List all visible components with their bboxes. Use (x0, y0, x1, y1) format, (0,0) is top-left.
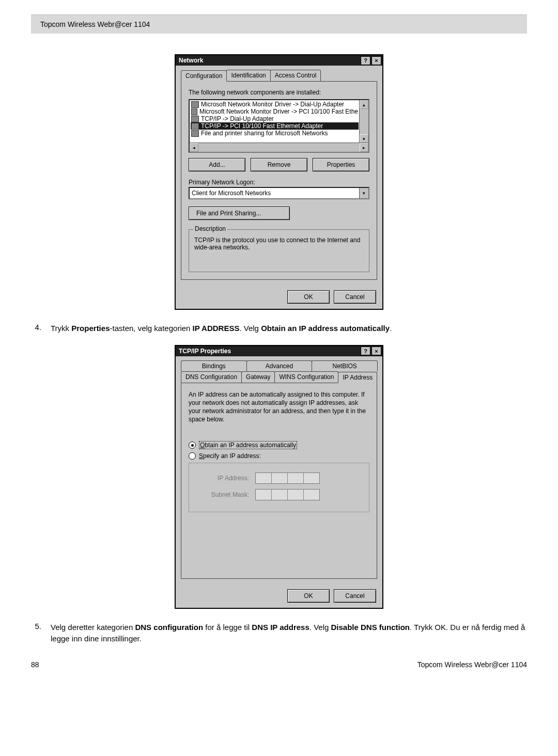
tab-bindings[interactable]: Bindings (181, 360, 247, 371)
close-icon[interactable]: × (371, 346, 381, 355)
tab-dns-configuration[interactable]: DNS Configuration (181, 371, 242, 383)
dialog-title: Network (179, 57, 360, 64)
specify-group: IP Address: Subnet Mask: (189, 463, 369, 512)
header-bar: Topcom Wireless Webr@cer 1104 (31, 14, 527, 34)
tab-panel: An IP address can be automatically assig… (181, 383, 377, 579)
list-item[interactable]: Microsoft Network Monitor Driver -> Dial… (191, 101, 359, 108)
tab-configuration[interactable]: Configuration (181, 70, 227, 82)
doc-title: Topcom Wireless Webr@cer 1104 (40, 20, 150, 28)
tcpip-dialog: TCP/IP Properties ? × Bindings Advanced … (175, 345, 383, 609)
list-item[interactable]: TCP/IP -> PCI 10/100 Fast Ethernet Adapt… (191, 122, 359, 130)
file-print-sharing-button[interactable]: File and Print Sharing... (189, 207, 290, 220)
network-dialog: Network ? × Configuration Identification… (175, 54, 383, 310)
tab-advanced[interactable]: Advanced (246, 360, 313, 371)
chevron-down-icon[interactable]: ▾ (359, 188, 368, 198)
subnet-mask-label: Subnet Mask: (203, 491, 249, 498)
scrollbar-horizontal[interactable]: ◂ ▸ (190, 143, 368, 152)
step-5: 5. Velg deretter kategorien DNS configur… (31, 622, 527, 645)
step-text: Velg deretter kategorien DNS configurati… (51, 622, 527, 645)
tabs-row-1: Bindings Advanced NetBIOS (181, 360, 377, 371)
tab-panel: The following network components are ins… (181, 81, 377, 280)
description-text: TCP/IP is the protocol you use to connec… (194, 237, 364, 251)
protocol-icon (191, 108, 197, 115)
scrollbar-vertical[interactable]: ▴ ▾ (359, 100, 368, 143)
help-icon[interactable]: ? (361, 346, 370, 355)
remove-button[interactable]: Remove (251, 158, 307, 171)
description-group: Description TCP/IP is the protocol you u… (189, 229, 369, 272)
protocol-icon (191, 116, 199, 122)
scroll-up-icon[interactable]: ▴ (360, 100, 368, 109)
list-item[interactable]: TCP/IP -> Dial-Up Adapter (191, 115, 359, 122)
step-text: Trykk Properties-tasten, velg kategorien… (51, 323, 527, 335)
list-item[interactable]: Microsoft Network Monitor Driver -> PCI … (191, 108, 359, 115)
components-label: The following network components are ins… (189, 89, 369, 96)
properties-button[interactable]: Properties (313, 158, 369, 171)
radio-icon (189, 452, 196, 460)
radio-obtain-auto[interactable]: Obtain an IP address automatically (189, 441, 369, 449)
titlebar: TCP/IP Properties ? × (176, 346, 382, 356)
cancel-button[interactable]: Cancel (334, 290, 376, 304)
step-number: 5. (31, 622, 41, 645)
step-4: 4. Trykk Properties-tasten, velg kategor… (31, 323, 527, 335)
primary-logon-label: Primary Network Logon: (189, 179, 369, 186)
scroll-left-icon[interactable]: ◂ (190, 143, 198, 152)
components-listbox[interactable]: Microsoft Network Monitor Driver -> Dial… (189, 99, 369, 153)
add-button[interactable]: Add... (189, 158, 245, 171)
tabs-row-2: DNS Configuration Gateway WINS Configura… (181, 371, 377, 383)
primary-logon-combo[interactable]: Client for Microsoft Networks ▾ (189, 187, 369, 199)
tab-wins-configuration[interactable]: WINS Configuration (274, 371, 338, 383)
tab-ip-address[interactable]: IP Address (338, 372, 377, 383)
tab-netbios[interactable]: NetBIOS (312, 360, 378, 371)
cancel-button[interactable]: Cancel (334, 589, 376, 603)
ip-info-text: An IP address can be automatically assig… (189, 390, 369, 424)
tabs: Configuration Identification Access Cont… (181, 70, 377, 81)
step-number: 4. (31, 323, 41, 335)
radio-specify[interactable]: Specify an IP address: (189, 452, 369, 460)
ok-button[interactable]: OK (287, 290, 330, 304)
radio-label: Obtain an IP address automatically (199, 441, 297, 449)
scroll-right-icon[interactable]: ▸ (360, 143, 368, 152)
ip-address-label: IP Address: (203, 475, 249, 482)
help-icon[interactable]: ? (361, 56, 370, 65)
subnet-mask-field (255, 489, 320, 500)
protocol-icon (191, 101, 199, 108)
protocol-icon (191, 123, 199, 130)
ok-button[interactable]: OK (287, 589, 330, 603)
radio-label: Specify an IP address: (199, 452, 261, 460)
list-item[interactable]: File and printer sharing for Microsoft N… (191, 130, 359, 137)
description-label: Description (193, 225, 227, 232)
close-icon[interactable]: × (371, 56, 381, 65)
tab-gateway[interactable]: Gateway (241, 371, 275, 383)
combo-value: Client for Microsoft Networks (192, 190, 271, 197)
titlebar: Network ? × (176, 55, 382, 66)
tab-identification[interactable]: Identification (226, 70, 270, 81)
service-icon (191, 130, 199, 137)
page-number: 88 (31, 660, 39, 669)
radio-icon (189, 442, 196, 449)
footer-title: Topcom Wireless Webr@cer 1104 (417, 660, 527, 669)
ip-address-field (255, 472, 320, 484)
footer: 88 Topcom Wireless Webr@cer 1104 (31, 660, 527, 669)
scroll-down-icon[interactable]: ▾ (360, 134, 368, 143)
tab-access-control[interactable]: Access Control (270, 70, 321, 81)
dialog-title: TCP/IP Properties (179, 348, 360, 355)
